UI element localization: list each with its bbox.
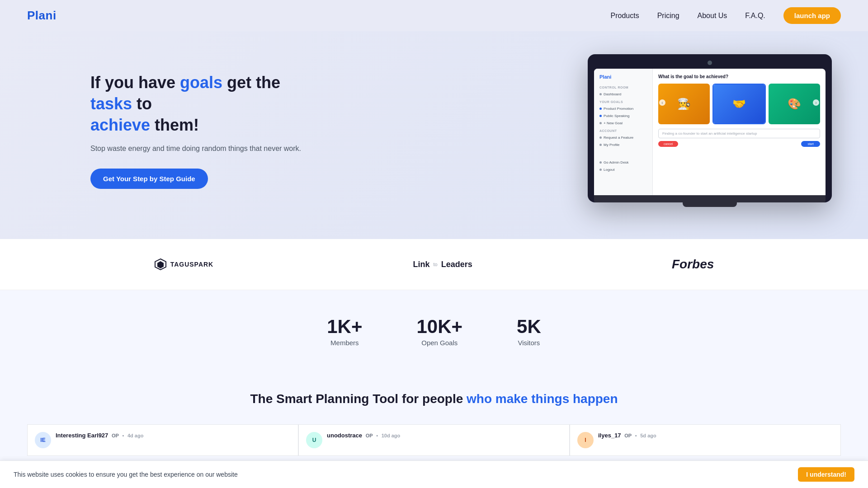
stat-members-label: Members [327,339,362,347]
laptop-screen: Plani CONTROL ROOM Dashboard YOUR GOALS … [594,69,826,195]
sidebar-dot-blue [599,108,602,110]
laptop-base [594,195,826,202]
headline-part4: them! [150,116,199,134]
app-input-area: Finding a co-founder to start an artific… [658,129,820,147]
sidebar-item-dashboard[interactable]: Dashboard [598,91,649,98]
testimonial-meta-2: unodostrace OP • 10d ago [327,432,400,439]
smart-title-highlight: who make things happen [467,392,618,406]
headline-goals: goals [180,73,222,92]
app-cancel-btn[interactable]: cancel [658,141,678,147]
testimonial-user-2: unodostrace OP • 10d ago [327,432,400,439]
navbar: Plani Products Pricing About Us F.A.Q. l… [0,0,868,31]
svg-marker-1 [157,261,164,268]
smart-title: The Smart Planning Tool for people who m… [54,392,814,406]
sidebar-section-control: CONTROL ROOM [598,86,649,89]
avatar-2: U [306,432,322,448]
headline-part2: get the [222,73,280,92]
carousel-next[interactable]: › [813,99,819,106]
testimonial-time-3b: 5d ago [640,433,656,438]
app-card-3[interactable]: 🎨 Produce 10 new paintings in the next p… [769,84,820,124]
testimonial-time-3: • [635,433,637,438]
laptop-mockup: Plani CONTROL ROOM Dashboard YOUR GOALS … [588,54,832,207]
brand-taguspark: TAGUSPARK [154,258,214,271]
stats-section: 1K+ Members 10K+ Open Goals 5K Visitors [0,290,868,374]
testimonial-card-3: I ilyes_17 OP • 5d ago [570,424,841,456]
sidebar-section-goals: YOUR GOALS [598,100,649,103]
sidebar-item-request[interactable]: Request a Feature [598,134,649,141]
sidebar-item-profile[interactable]: My Profile [598,141,649,148]
cook-figure: 👨‍🍳 [658,84,710,124]
avatar-1: IE [35,432,51,448]
nav-about[interactable]: About Us [698,12,727,19]
sidebar-dot-blue2 [599,115,602,117]
testimonial-time-2b: 10d ago [382,433,401,438]
app-buttons-row: cancel start [658,141,820,147]
sidebar-item-new-goal[interactable]: + New Goal [598,120,649,127]
headline-part3: to [132,94,152,113]
testimonial-user-3: ilyes_17 OP • 5d ago [598,432,656,439]
app-sidebar: Plani CONTROL ROOM Dashboard YOUR GOALS … [594,69,653,195]
sidebar-item-product[interactable]: Product Promotion [598,105,649,112]
testimonial-time-1: • [122,433,124,438]
app-question-text: What is the goal to be achieved? [658,74,820,79]
art-figure: 🎨 [769,84,820,124]
sidebar-dot5 [599,144,602,146]
testimonial-meta-3: ilyes_17 OP • 5d ago [598,432,656,439]
img-caption-2: Finding a co-founder to start an artific… [713,123,765,124]
app-card-2[interactable]: 🤝 Finding a co-founder to start an artif… [712,84,766,124]
hero-section: If you have goals get the tasks to achie… [0,31,868,239]
sidebar-item-public[interactable]: Public Speaking [598,113,649,119]
sidebar-item-admin[interactable]: Go Admin Desk [598,159,649,166]
nav-faq[interactable]: F.A.Q. [745,12,765,19]
app-goal-input[interactable]: Finding a co-founder to start an artific… [658,129,820,138]
sidebar-dot4 [599,136,602,139]
brands-section: TAGUSPARK Link to Leaders Forbes [0,239,868,290]
app-start-btn[interactable]: start [801,141,820,147]
stat-members-number: 1K+ [327,317,362,336]
testimonial-time-2: • [376,433,378,438]
brand-forbes: Forbes [672,257,714,272]
nav-pricing[interactable]: Pricing [657,12,679,19]
testimonial-tag-2: OP [366,433,373,438]
stat-open-goals-label: Open Goals [416,339,462,347]
sidebar-dot [599,93,602,95]
laptop-stand [683,202,737,207]
avatar-3: I [577,432,594,448]
stat-members: 1K+ Members [327,317,362,347]
hero-subtext: Stop waste energy and time doing random … [90,143,316,154]
cta-button[interactable]: Get Your Step by Step Guide [90,169,208,189]
testimonial-card-1: IE Interesting Earl927 OP • 4d ago [27,424,298,456]
testimonial-meta-1: Interesting Earl927 OP • 4d ago [56,432,143,439]
brand-link-to-leaders: Link to Leaders [413,260,472,269]
sidebar-dot7 [599,169,602,171]
stat-open-goals: 10K+ Open Goals [416,317,462,347]
app-images-row: 👨‍🍳 Learn how to cook for one healthy ve… [658,84,820,124]
hero-headline: If you have goals get the tasks to achie… [90,72,316,136]
headline-achieve: achieve [90,116,150,134]
sidebar-item-logout[interactable]: Logout [598,166,649,173]
sidebar-section-account: ACCOUNT [598,129,649,132]
stat-open-goals-number: 10K+ [416,317,462,336]
sidebar-dot3 [599,122,602,124]
carousel-prev[interactable]: ‹ [659,99,665,106]
hero-text: If you have goals get the tasks to achie… [90,72,316,188]
headline-tasks: tasks [90,94,132,113]
cookie-accept-button[interactable]: I understand! [798,467,854,482]
nav-products[interactable]: Products [611,12,639,19]
app-card-1[interactable]: 👨‍🍳 Learn how to cook for one healthy ve… [658,84,710,124]
testimonial-card-2: U unodostrace OP • 10d ago [298,424,570,456]
logo: Plani [27,9,57,23]
meeting-figure: 🤝 [713,84,765,123]
testimonial-user-1: Interesting Earl927 OP • 4d ago [56,432,143,439]
stat-visitors-label: Visitors [517,339,541,347]
launch-app-button[interactable]: launch app [783,7,841,24]
smart-planning-section: The Smart Planning Tool for people who m… [0,374,868,415]
stat-visitors-number: 5K [517,317,541,336]
stat-visitors: 5K Visitors [517,317,541,347]
testimonial-tag-1: OP [112,433,119,438]
cookie-banner: This website uses cookies to ensure you … [0,460,868,488]
testimonial-tag-3: OP [624,433,632,438]
laptop-outer: Plani CONTROL ROOM Dashboard YOUR GOALS … [588,54,832,202]
laptop-notch [708,61,712,65]
app-main: What is the goal to be achieved? 👨‍🍳 Lea… [653,69,826,195]
